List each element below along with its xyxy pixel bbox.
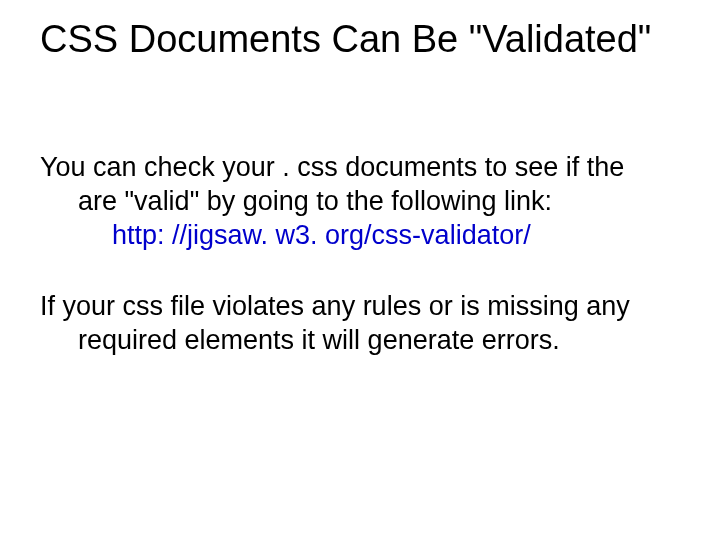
slide-title: CSS Documents Can Be "Validated" [40,18,680,61]
para1-line2: are "valid" by going to the following li… [40,185,680,219]
validator-link[interactable]: http: //jigsaw. w3. org/css-validator/ [40,219,680,253]
para2-line1: If your css file violates any rules or i… [40,291,630,321]
para2-line2: required elements it will generate error… [40,324,680,358]
paragraph-1: You can check your . css documents to se… [40,151,680,252]
para1-line1: You can check your . css documents to se… [40,152,624,182]
paragraph-2: If your css file violates any rules or i… [40,290,680,358]
